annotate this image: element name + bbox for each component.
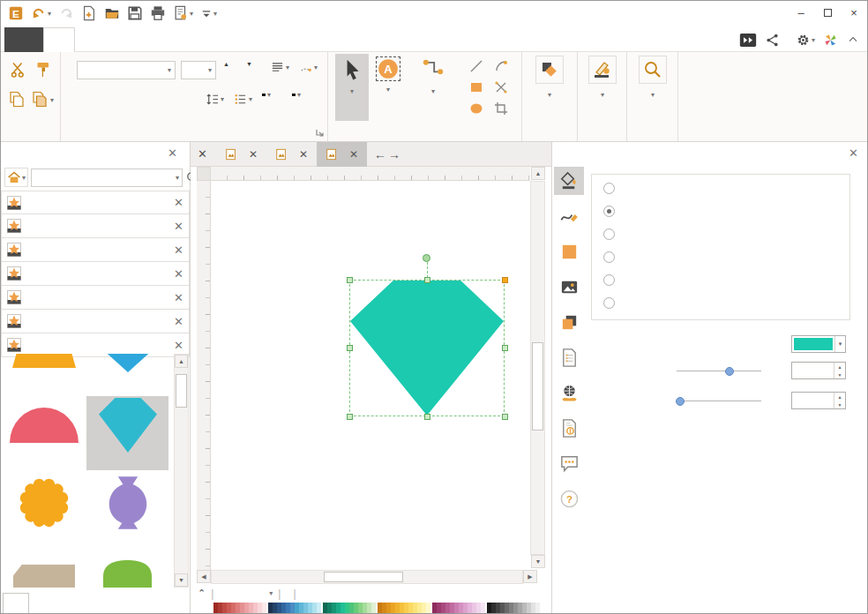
handle-top-mid[interactable] bbox=[424, 277, 430, 283]
align-button[interactable]: ▾ bbox=[271, 61, 289, 74]
transparency-up-icon[interactable]: ▲ bbox=[834, 393, 845, 401]
document-tab-close-icon[interactable]: ✕ bbox=[299, 148, 308, 161]
connector-tool-button[interactable]: ▾ bbox=[406, 54, 460, 121]
shade-up-icon[interactable]: ▲ bbox=[834, 363, 845, 371]
picture-icon[interactable] bbox=[554, 273, 584, 301]
shape-thumb-partial-7[interactable] bbox=[86, 551, 168, 588]
tab-scroll-right-icon[interactable]: → bbox=[388, 147, 400, 161]
library-item-close-icon[interactable]: ✕ bbox=[174, 292, 183, 303]
document-tab-drawing6[interactable]: ✕ bbox=[216, 142, 266, 167]
pagebar-collapse-icon[interactable]: ⌃ bbox=[198, 588, 206, 599]
shade-spinner[interactable]: ▲▼ bbox=[791, 362, 846, 379]
text-tool-button[interactable]: A ▾ bbox=[372, 54, 404, 121]
format-painter-button[interactable] bbox=[34, 61, 52, 79]
shade-slider-thumb[interactable] bbox=[725, 367, 734, 376]
shade-slider[interactable] bbox=[677, 363, 761, 378]
editing-button[interactable]: ▾ bbox=[631, 56, 675, 99]
line-tool-icon[interactable] bbox=[469, 59, 483, 73]
arc-tool-icon[interactable] bbox=[494, 59, 508, 73]
maximize-button[interactable] bbox=[814, 1, 841, 24]
library-item-close-icon[interactable]: ✕ bbox=[174, 197, 183, 208]
close-button[interactable]: × bbox=[841, 1, 867, 24]
line-style-icon[interactable] bbox=[554, 202, 584, 230]
handle-top-right[interactable] bbox=[502, 277, 508, 283]
shape-thumb-half-circle[interactable] bbox=[3, 396, 85, 470]
library-item-close-icon[interactable]: ✕ bbox=[174, 244, 183, 256]
library-item-common-shapes[interactable]: ✕ bbox=[1, 286, 190, 310]
handle-bottom-mid[interactable] bbox=[424, 414, 430, 420]
palette-swatch[interactable] bbox=[481, 603, 485, 614]
fill-option-gradient-fill[interactable] bbox=[603, 228, 622, 240]
fill-bucket-icon[interactable] bbox=[554, 167, 584, 195]
canvas-scroll-up-icon[interactable]: ▲ bbox=[531, 167, 545, 180]
fill-option-no-fill[interactable] bbox=[603, 183, 622, 194]
fill-option-picture-or-texture-fill[interactable] bbox=[603, 297, 622, 309]
handle-bottom-left[interactable] bbox=[347, 414, 353, 420]
fill-option-solid-fill[interactable] bbox=[603, 206, 622, 217]
library-item-backgrounds[interactable]: ✕ bbox=[1, 191, 190, 214]
shape-thumb-diamond[interactable] bbox=[86, 396, 168, 470]
menu-tab-insert[interactable] bbox=[75, 27, 105, 52]
canvas-scroll-left-icon[interactable]: ◀ bbox=[197, 570, 211, 583]
settings-button[interactable]: ▾ bbox=[796, 33, 815, 48]
menu-tab-page-layout[interactable] bbox=[105, 27, 135, 52]
qat-customize-quick-access[interactable]: ▾ bbox=[198, 4, 219, 23]
font-size-select[interactable]: ▾ bbox=[181, 61, 216, 79]
handle-bottom-right[interactable] bbox=[502, 414, 508, 420]
increase-font-button[interactable]: ▲ bbox=[223, 61, 229, 67]
palette-swatch[interactable] bbox=[317, 603, 321, 614]
copy-button[interactable] bbox=[8, 91, 26, 109]
transparency-down-icon[interactable]: ▼ bbox=[834, 401, 845, 408]
fill-option-single-color-gradient-fill[interactable] bbox=[603, 251, 622, 263]
ellipse-tool-icon[interactable] bbox=[469, 101, 483, 116]
scrollbar-thumb[interactable] bbox=[176, 374, 187, 408]
handle-top-left[interactable] bbox=[347, 277, 353, 283]
share-icon[interactable] bbox=[765, 33, 780, 48]
palette-swatch[interactable] bbox=[371, 603, 376, 614]
panel-tab-libraries[interactable] bbox=[3, 593, 29, 614]
font-name-select[interactable]: ▾ bbox=[77, 61, 176, 79]
library-item-close-icon[interactable]: ✕ bbox=[174, 221, 183, 232]
h-scrollbar-thumb[interactable] bbox=[324, 572, 403, 582]
transparency-spinner[interactable]: ▲▼ bbox=[791, 392, 846, 409]
tab-scroll-arrows[interactable]: ←→ bbox=[374, 147, 400, 161]
minimize-button[interactable]: – bbox=[788, 1, 814, 24]
qat-open-file[interactable] bbox=[102, 4, 122, 23]
menu-tab-file[interactable] bbox=[4, 27, 43, 52]
shape-icon[interactable] bbox=[554, 237, 584, 266]
rotation-handle[interactable] bbox=[423, 254, 430, 262]
page-setup-icon[interactable] bbox=[554, 343, 584, 371]
shape-thumb-trapezoid[interactable] bbox=[3, 354, 85, 393]
shadow-icon[interactable] bbox=[554, 308, 584, 336]
library-item-close-icon[interactable]: ✕ bbox=[174, 268, 183, 280]
transparency-slider[interactable] bbox=[677, 393, 761, 408]
handle-mid-left[interactable] bbox=[347, 345, 353, 351]
shape-thumb-partial-6[interactable] bbox=[3, 551, 85, 588]
comment-icon[interactable] bbox=[554, 449, 584, 477]
arrange-button[interactable]: ▾ bbox=[528, 56, 572, 99]
paste-button[interactable]: ▾ bbox=[31, 91, 54, 109]
text-highlight-button[interactable]: ▾ bbox=[262, 91, 271, 99]
palette-swatch[interactable] bbox=[262, 603, 266, 614]
library-item-arrow-shapes[interactable]: ✕ bbox=[1, 214, 190, 238]
palette-swatch[interactable] bbox=[535, 603, 540, 614]
shade-down-icon[interactable]: ▼ bbox=[834, 371, 845, 378]
qat-redo[interactable] bbox=[56, 4, 76, 23]
fill-option-pattern-fill[interactable] bbox=[603, 274, 622, 286]
library-scrollbar[interactable]: ▲ ▼ bbox=[174, 354, 189, 588]
qat-save[interactable] bbox=[125, 4, 145, 23]
rectangle-tool-icon[interactable] bbox=[469, 80, 483, 94]
v-scrollbar-thumb[interactable] bbox=[532, 342, 543, 431]
crop-tool-icon[interactable] bbox=[494, 101, 508, 116]
decrease-font-button[interactable]: ▼ bbox=[246, 61, 252, 67]
tab-scroll-left-icon[interactable]: ← bbox=[374, 147, 386, 161]
shape-thumb-circle-wi-[interactable] bbox=[3, 474, 85, 548]
menu-tab-view[interactable] bbox=[135, 27, 165, 52]
scroll-up-icon[interactable]: ▲ bbox=[175, 355, 188, 368]
canvas-vertical-scrollbar[interactable] bbox=[530, 181, 545, 555]
font-color-button[interactable]: ▾ bbox=[292, 91, 301, 99]
select-tool-button[interactable]: ▾ bbox=[335, 54, 369, 121]
cut-button[interactable] bbox=[10, 61, 27, 79]
font-dialog-launcher[interactable] bbox=[315, 128, 324, 137]
qat-new-file[interactable] bbox=[79, 4, 99, 23]
